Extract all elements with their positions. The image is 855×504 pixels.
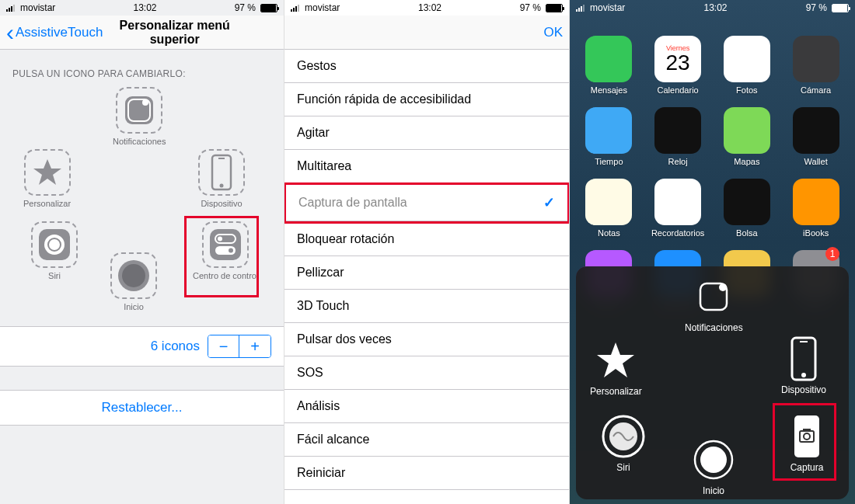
- app-icon: [793, 107, 839, 154]
- badge: 1: [825, 247, 839, 261]
- app-ibooks[interactable]: iBooks: [783, 179, 849, 238]
- svg-point-16: [122, 264, 145, 287]
- battery-icon: [832, 4, 849, 12]
- at-item-siri[interactable]: Siri: [599, 412, 647, 473]
- option-row[interactable]: Multitarea: [284, 150, 569, 183]
- app-icon: [654, 179, 701, 225]
- app-tiempo[interactable]: Tiempo: [576, 107, 642, 166]
- icon-count-stepper[interactable]: − +: [208, 335, 271, 358]
- option-label: 3D Touch: [297, 299, 349, 313]
- icon-count-label: 6 iconos: [151, 339, 200, 354]
- checkmark-icon: ✓: [543, 194, 555, 211]
- stepper-minus[interactable]: −: [208, 335, 239, 357]
- icon-count-row: 6 iconos − +: [0, 326, 284, 367]
- option-label: Gestos: [297, 59, 337, 73]
- app-icon: [724, 179, 770, 225]
- highlight-box: Captura de pantalla✓: [284, 182, 569, 224]
- status-time: 13:02: [133, 2, 156, 13]
- option-label: Reiniciar: [297, 466, 345, 480]
- ok-button[interactable]: OK: [532, 25, 563, 40]
- option-row[interactable]: SOS: [284, 356, 569, 390]
- option-row[interactable]: Bloquear rotación: [284, 223, 569, 256]
- app-label: Fotos: [714, 85, 780, 95]
- svg-point-8: [44, 235, 65, 255]
- option-row[interactable]: Gestos: [284, 50, 569, 83]
- grid-item-inicio[interactable]: Inicio: [110, 252, 157, 311]
- star-icon: [32, 157, 63, 188]
- app-notas[interactable]: Notas: [576, 179, 642, 238]
- app-icon: [793, 36, 839, 82]
- grid-item-dispositivo[interactable]: Dispositivo: [198, 149, 245, 208]
- app-label: Bolsa: [714, 228, 780, 238]
- option-row[interactable]: Pulsar dos veces: [284, 323, 569, 356]
- siri-icon: [601, 414, 646, 459]
- app-label: Recordatorios: [645, 228, 711, 238]
- highlight-box: [773, 403, 836, 481]
- reset-button[interactable]: Restablecer...: [0, 390, 284, 426]
- grid-item-notifications[interactable]: Notificaciones: [113, 87, 166, 146]
- at-item-personalizar[interactable]: Personalizar: [590, 336, 642, 397]
- app-wallet[interactable]: Wallet: [783, 107, 849, 166]
- highlight-box: [184, 216, 259, 297]
- app-bolsa[interactable]: Bolsa: [714, 179, 780, 238]
- at-item-dispositivo[interactable]: Dispositivo: [780, 335, 828, 395]
- option-row[interactable]: Función rápida de accesibilidad: [284, 83, 569, 116]
- assistivetouch-panel[interactable]: Notificaciones Personalizar Dispositivo …: [576, 266, 849, 499]
- section-header: Pulsa un icono para cambiarlo:: [0, 50, 284, 85]
- device-icon: [790, 336, 818, 381]
- option-label: Agitar: [297, 126, 330, 140]
- svg-marker-19: [597, 342, 634, 377]
- home-app-grid: MensajesViernes23CalendarioFotosCámaraTi…: [570, 16, 855, 309]
- option-row[interactable]: Reiniciar: [284, 457, 569, 490]
- options-list: GestosFunción rápida de accesibilidadAgi…: [284, 50, 569, 490]
- grid-item-siri[interactable]: Siri: [31, 221, 78, 280]
- app-mapas[interactable]: Mapas: [714, 107, 780, 166]
- device-icon: [210, 154, 233, 191]
- app-icon: [585, 179, 632, 225]
- back-button[interactable]: AssistiveTouch: [6, 25, 103, 40]
- notifications-icon: [694, 277, 733, 316]
- at-item-inicio[interactable]: Inicio: [689, 436, 738, 496]
- app-label: Notas: [576, 228, 642, 238]
- signal-icon: [576, 4, 587, 12]
- svg-point-21: [801, 373, 806, 377]
- signal-icon: [6, 4, 17, 12]
- app-label: Mapas: [714, 157, 780, 166]
- page-title: Personalizar menú superior: [103, 19, 246, 47]
- option-row[interactable]: Agitar: [284, 116, 569, 150]
- app-icon: [793, 179, 839, 225]
- option-row[interactable]: Captura de pantalla✓: [286, 185, 567, 221]
- app-reloj[interactable]: Reloj: [645, 107, 711, 166]
- option-label: Bloquear rotación: [297, 232, 394, 246]
- grid-item-personalizar[interactable]: Personalizar: [23, 149, 71, 208]
- star-icon: [595, 339, 637, 381]
- home-icon: [693, 440, 734, 480]
- option-row[interactable]: Fácil alcance: [284, 423, 569, 457]
- option-row[interactable]: 3D Touch: [284, 290, 569, 323]
- app-label: Tiempo: [576, 157, 642, 166]
- app-icon: [724, 107, 770, 154]
- option-label: Pellizcar: [297, 266, 344, 280]
- home-icon: [116, 258, 152, 294]
- status-time: 13:02: [418, 2, 441, 13]
- app-fotos[interactable]: Fotos: [714, 36, 780, 95]
- app-icon: [654, 107, 701, 154]
- app-label: Calendario: [645, 85, 711, 95]
- option-row[interactable]: Pellizcar: [284, 256, 569, 290]
- option-label: Pulsar dos veces: [297, 332, 392, 346]
- battery-icon: [546, 4, 563, 12]
- at-item-notifications[interactable]: Notificaciones: [685, 273, 743, 333]
- status-time: 13:02: [703, 2, 727, 13]
- stepper-plus[interactable]: +: [239, 335, 270, 357]
- option-label: Fácil alcance: [297, 433, 369, 447]
- icon-grid: Notificaciones Personalizar Dispositivo …: [0, 85, 284, 326]
- svg-marker-3: [33, 159, 61, 185]
- app-icon: Viernes23: [654, 36, 701, 82]
- svg-point-26: [700, 447, 727, 473]
- option-row[interactable]: Análisis: [284, 390, 569, 423]
- app-calendario[interactable]: Viernes23Calendario: [645, 36, 711, 95]
- app-mensajes[interactable]: Mensajes: [576, 36, 642, 95]
- option-label: SOS: [297, 366, 323, 380]
- app-recordatorios[interactable]: Recordatorios: [645, 179, 711, 238]
- app-cámara[interactable]: Cámara: [783, 36, 849, 95]
